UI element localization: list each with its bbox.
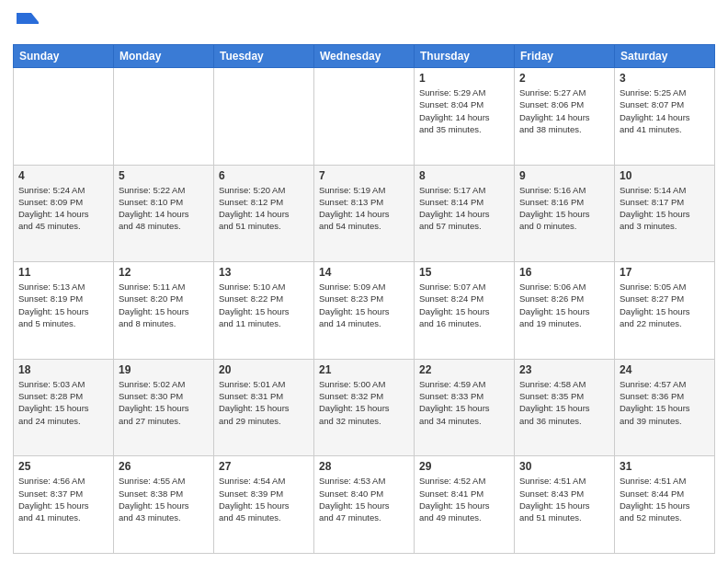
day-number: 23 [519,363,609,376]
calendar-cell: 15Sunrise: 5:07 AM Sunset: 8:24 PM Dayli… [415,262,515,360]
calendar-cell: 14Sunrise: 5:09 AM Sunset: 8:23 PM Dayli… [314,262,415,360]
day-info: Sunrise: 5:11 AM Sunset: 8:20 PM Dayligh… [119,281,209,329]
calendar-cell: 7Sunrise: 5:19 AM Sunset: 8:13 PM Daylig… [314,165,415,262]
day-info: Sunrise: 5:19 AM Sunset: 8:13 PM Dayligh… [319,184,409,233]
calendar-cell: 17Sunrise: 5:05 AM Sunset: 8:27 PM Dayli… [615,262,715,360]
day-info: Sunrise: 5:13 AM Sunset: 8:19 PM Dayligh… [18,281,108,329]
day-number: 30 [519,460,609,473]
weekday-header-sunday: Sunday [14,45,114,68]
svg-rect-2 [17,22,39,24]
weekday-header-friday: Friday [515,45,615,68]
day-info: Sunrise: 5:03 AM Sunset: 8:28 PM Dayligh… [18,378,108,427]
day-number: 8 [419,169,509,182]
calendar-header: SundayMondayTuesdayWednesdayThursdayFrid… [14,45,715,68]
calendar-cell: 27Sunrise: 4:54 AM Sunset: 8:39 PM Dayli… [214,456,314,554]
day-number: 11 [18,266,108,279]
day-number: 6 [219,169,309,182]
calendar-cell: 4Sunrise: 5:24 AM Sunset: 8:09 PM Daylig… [14,165,114,262]
day-info: Sunrise: 4:55 AM Sunset: 8:38 PM Dayligh… [119,475,209,523]
calendar-cell: 22Sunrise: 4:59 AM Sunset: 8:33 PM Dayli… [415,359,515,456]
day-number: 5 [119,169,209,182]
day-number: 17 [620,266,710,279]
day-info: Sunrise: 5:06 AM Sunset: 8:26 PM Dayligh… [519,281,609,329]
calendar-cell: 19Sunrise: 5:02 AM Sunset: 8:30 PM Dayli… [114,359,214,456]
day-info: Sunrise: 4:56 AM Sunset: 8:37 PM Dayligh… [18,475,108,523]
calendar-body: 1Sunrise: 5:29 AM Sunset: 8:04 PM Daylig… [14,68,715,554]
day-number: 27 [219,460,309,473]
day-info: Sunrise: 5:05 AM Sunset: 8:27 PM Dayligh… [620,281,710,329]
calendar-cell: 24Sunrise: 4:57 AM Sunset: 8:36 PM Dayli… [615,359,715,456]
calendar-cell: 8Sunrise: 5:17 AM Sunset: 8:14 PM Daylig… [415,165,515,262]
weekday-header-monday: Monday [114,45,214,68]
calendar-cell: 1Sunrise: 5:29 AM Sunset: 8:04 PM Daylig… [415,68,515,166]
calendar-week-3: 11Sunrise: 5:13 AM Sunset: 8:19 PM Dayli… [14,262,715,360]
calendar-cell [114,68,214,166]
calendar-cell: 16Sunrise: 5:06 AM Sunset: 8:26 PM Dayli… [515,262,615,360]
day-number: 22 [419,363,509,376]
svg-rect-1 [17,13,31,22]
calendar-cell: 13Sunrise: 5:10 AM Sunset: 8:22 PM Dayli… [214,262,314,360]
day-info: Sunrise: 4:58 AM Sunset: 8:35 PM Dayligh… [519,378,609,427]
calendar-week-4: 18Sunrise: 5:03 AM Sunset: 8:28 PM Dayli… [14,359,715,456]
calendar-cell: 9Sunrise: 5:16 AM Sunset: 8:16 PM Daylig… [515,165,615,262]
day-number: 28 [319,460,409,473]
day-info: Sunrise: 4:52 AM Sunset: 8:41 PM Dayligh… [419,475,509,523]
logo [13,9,44,37]
day-info: Sunrise: 5:25 AM Sunset: 8:07 PM Dayligh… [620,86,710,135]
calendar-cell: 6Sunrise: 5:20 AM Sunset: 8:12 PM Daylig… [214,165,314,262]
day-info: Sunrise: 5:09 AM Sunset: 8:23 PM Dayligh… [319,281,409,329]
day-info: Sunrise: 5:24 AM Sunset: 8:09 PM Dayligh… [18,184,108,233]
day-info: Sunrise: 4:59 AM Sunset: 8:33 PM Dayligh… [419,378,509,427]
day-info: Sunrise: 5:14 AM Sunset: 8:17 PM Dayligh… [620,184,710,233]
calendar-cell: 25Sunrise: 4:56 AM Sunset: 8:37 PM Dayli… [14,456,114,554]
weekday-header-wednesday: Wednesday [314,45,415,68]
calendar-cell: 11Sunrise: 5:13 AM Sunset: 8:19 PM Dayli… [14,262,114,360]
day-info: Sunrise: 5:02 AM Sunset: 8:30 PM Dayligh… [119,378,209,427]
day-number: 21 [319,363,409,376]
day-number: 19 [119,363,209,376]
day-info: Sunrise: 4:57 AM Sunset: 8:36 PM Dayligh… [620,378,710,427]
day-number: 14 [319,266,409,279]
day-info: Sunrise: 5:10 AM Sunset: 8:22 PM Dayligh… [219,281,309,329]
day-number: 24 [620,363,710,376]
day-info: Sunrise: 5:20 AM Sunset: 8:12 PM Dayligh… [219,184,309,233]
day-info: Sunrise: 5:27 AM Sunset: 8:06 PM Dayligh… [519,86,609,135]
calendar-cell: 12Sunrise: 5:11 AM Sunset: 8:20 PM Dayli… [114,262,214,360]
day-number: 1 [419,72,509,85]
day-info: Sunrise: 5:17 AM Sunset: 8:14 PM Dayligh… [419,184,509,233]
header [13,9,715,37]
day-info: Sunrise: 5:00 AM Sunset: 8:32 PM Dayligh… [319,378,409,427]
weekday-header-tuesday: Tuesday [214,45,314,68]
day-info: Sunrise: 5:01 AM Sunset: 8:31 PM Dayligh… [219,378,309,427]
calendar-week-2: 4Sunrise: 5:24 AM Sunset: 8:09 PM Daylig… [14,165,715,262]
day-number: 7 [319,169,409,182]
day-number: 16 [519,266,609,279]
calendar-cell: 5Sunrise: 5:22 AM Sunset: 8:10 PM Daylig… [114,165,214,262]
day-info: Sunrise: 5:29 AM Sunset: 8:04 PM Dayligh… [419,86,509,135]
day-info: Sunrise: 5:07 AM Sunset: 8:24 PM Dayligh… [419,281,509,329]
logo-icon [13,9,40,37]
calendar-week-1: 1Sunrise: 5:29 AM Sunset: 8:04 PM Daylig… [14,68,715,166]
calendar-week-5: 25Sunrise: 4:56 AM Sunset: 8:37 PM Dayli… [14,456,715,554]
calendar-cell: 20Sunrise: 5:01 AM Sunset: 8:31 PM Dayli… [214,359,314,456]
calendar-cell: 23Sunrise: 4:58 AM Sunset: 8:35 PM Dayli… [515,359,615,456]
calendar-cell: 29Sunrise: 4:52 AM Sunset: 8:41 PM Dayli… [415,456,515,554]
page: SundayMondayTuesdayWednesdayThursdayFrid… [0,0,728,563]
calendar-cell [14,68,114,166]
day-number: 3 [620,72,710,85]
calendar-cell: 31Sunrise: 4:51 AM Sunset: 8:44 PM Dayli… [615,456,715,554]
calendar-cell [214,68,314,166]
calendar-cell: 30Sunrise: 4:51 AM Sunset: 8:43 PM Dayli… [515,456,615,554]
day-number: 20 [219,363,309,376]
calendar-cell: 3Sunrise: 5:25 AM Sunset: 8:07 PM Daylig… [615,68,715,166]
day-number: 18 [18,363,108,376]
day-info: Sunrise: 5:16 AM Sunset: 8:16 PM Dayligh… [519,184,609,233]
day-number: 4 [18,169,108,182]
calendar-cell: 21Sunrise: 5:00 AM Sunset: 8:32 PM Dayli… [314,359,415,456]
calendar-cell: 28Sunrise: 4:53 AM Sunset: 8:40 PM Dayli… [314,456,415,554]
day-number: 12 [119,266,209,279]
day-number: 10 [620,169,710,182]
day-info: Sunrise: 4:51 AM Sunset: 8:43 PM Dayligh… [519,475,609,523]
day-info: Sunrise: 4:51 AM Sunset: 8:44 PM Dayligh… [620,475,710,523]
weekday-header-saturday: Saturday [615,45,715,68]
